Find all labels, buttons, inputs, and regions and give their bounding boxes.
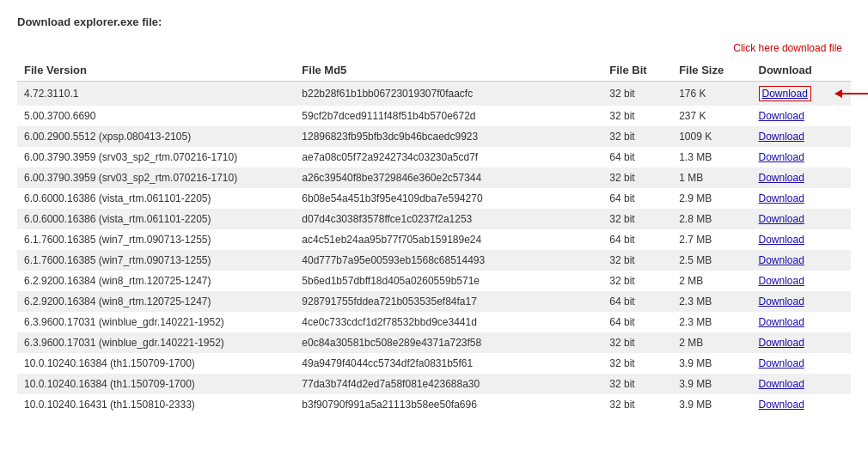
cell-download: Download — [752, 106, 852, 126]
svg-marker-1 — [834, 89, 842, 98]
cell-size: 3.9 MB — [672, 374, 751, 394]
cell-version: 4.72.3110.1 — [17, 82, 295, 107]
cell-download: Download — [752, 394, 852, 415]
header-download: Download — [752, 59, 852, 82]
download-button[interactable]: Download — [759, 151, 804, 163]
download-button[interactable]: Download — [759, 316, 804, 328]
table-row: 6.2.9200.16384 (win8_rtm.120725-1247)5b6… — [17, 271, 851, 291]
cell-md5: ac4c51eb24aa95b77f705ab159189e24 — [295, 229, 602, 250]
table-row: 6.0.6000.16386 (vista_rtm.061101-2205)d0… — [17, 209, 851, 229]
cell-md5: 40d777b7a95e00593eb1568c68514493 — [295, 250, 602, 271]
cell-download: Download — [752, 250, 852, 271]
table-row: 5.00.3700.669059cf2b7dced9111f48f51b4b57… — [17, 106, 851, 126]
table-row: 6.1.7600.16385 (win7_rtm.090713-1255)40d… — [17, 250, 851, 271]
cell-md5: 49a9479f4044cc5734df2fa0831b5f61 — [295, 353, 602, 374]
cell-version: 6.3.9600.17031 (winblue_gdr.140221-1952) — [17, 312, 295, 332]
cell-size: 1 MB — [672, 168, 751, 188]
cell-download: Download — [752, 126, 852, 147]
download-button[interactable]: Download — [759, 110, 804, 122]
download-button[interactable]: Download — [759, 399, 804, 411]
arrow-icon — [838, 85, 869, 102]
cell-md5: 59cf2b7dced9111f48f51b4b570e672d — [295, 106, 602, 126]
download-button[interactable]: Download — [759, 213, 804, 225]
cell-download: Download — [752, 209, 852, 229]
download-button[interactable]: Download — [759, 275, 804, 287]
cell-size: 3.9 MB — [672, 394, 751, 415]
cell-download: Download — [752, 229, 852, 250]
cell-md5: b22b28f61b1bb06723019307f0faacfc — [295, 82, 602, 107]
cell-bit: 64 bit — [602, 188, 672, 209]
download-button[interactable]: Download — [759, 295, 804, 308]
cell-size: 237 K — [672, 106, 751, 126]
table-row: 6.2.9200.16384 (win8_rtm.120725-1247)928… — [17, 291, 851, 312]
cell-size: 176 K — [672, 82, 751, 107]
download-button[interactable]: Download — [759, 337, 804, 349]
cell-md5: e0c84a30581bc508e289e4371a723f58 — [295, 332, 602, 353]
download-button[interactable]: Download — [759, 357, 804, 369]
download-button[interactable]: Download — [759, 172, 804, 184]
cell-size: 2 MB — [672, 271, 751, 291]
table-row: 6.00.3790.3959 (srv03_sp2_rtm.070216-171… — [17, 147, 851, 168]
cell-size: 2.3 MB — [672, 312, 751, 332]
header-size: File Size — [672, 59, 751, 82]
table-row: 6.3.9600.17031 (winblue_gdr.140221-1952)… — [17, 312, 851, 332]
cell-size: 2.9 MB — [672, 188, 751, 209]
cell-bit: 32 bit — [602, 126, 672, 147]
cell-download: Download — [752, 82, 852, 107]
cell-version: 6.00.3790.3959 (srv03_sp2_rtm.070216-171… — [17, 168, 295, 188]
cell-bit: 32 bit — [602, 250, 672, 271]
header-version: File Version — [17, 59, 295, 82]
cell-md5: ae7a08c05f72a9242734c03230a5cd7f — [295, 147, 602, 168]
download-button[interactable]: Download — [759, 378, 804, 390]
cell-version: 6.0.6000.16386 (vista_rtm.061101-2205) — [17, 188, 295, 209]
cell-bit: 32 bit — [602, 209, 672, 229]
table-row: 10.0.10240.16384 (th1.150709-1700)77da3b… — [17, 374, 851, 394]
cell-md5: 77da3b74f4d2ed7a58f081e423688a30 — [295, 374, 602, 394]
cell-version: 6.1.7600.16385 (win7_rtm.090713-1255) — [17, 229, 295, 250]
cell-download: Download — [752, 188, 852, 209]
download-button[interactable]: Download — [759, 131, 804, 143]
cell-bit: 32 bit — [602, 332, 672, 353]
download-button[interactable]: Download — [759, 192, 804, 204]
cell-size: 1.3 MB — [672, 147, 751, 168]
cell-size: 2.3 MB — [672, 291, 751, 312]
cell-version: 10.0.10240.16384 (th1.150709-1700) — [17, 353, 295, 374]
cell-download: Download — [752, 147, 852, 168]
cell-version: 6.2.9200.16384 (win8_rtm.120725-1247) — [17, 271, 295, 291]
cell-version: 6.0.6000.16386 (vista_rtm.061101-2205) — [17, 209, 295, 229]
cell-version: 5.00.3700.6690 — [17, 106, 295, 126]
cell-md5: 12896823fb95bfb3dc9b46bcaedc9923 — [295, 126, 602, 147]
cell-size: 3.9 MB — [672, 353, 751, 374]
table-row: 6.00.3790.3959 (srv03_sp2_rtm.070216-171… — [17, 168, 851, 188]
table-row: 4.72.3110.1b22b28f61b1bb06723019307f0faa… — [17, 82, 851, 107]
header-bit: File Bit — [602, 59, 672, 82]
cell-bit: 64 bit — [602, 147, 672, 168]
cell-download: Download — [752, 291, 852, 312]
cell-bit: 32 bit — [602, 394, 672, 415]
cell-md5: b3f90790f991a5a21113b58ee50fa696 — [295, 394, 602, 415]
cell-bit: 64 bit — [602, 229, 672, 250]
download-button[interactable]: Download — [762, 88, 808, 100]
cell-download: Download — [752, 332, 852, 353]
cell-bit: 32 bit — [602, 168, 672, 188]
table-row: 6.0.6000.16386 (vista_rtm.061101-2205)6b… — [17, 188, 851, 209]
cell-download: Download — [752, 168, 852, 188]
table-row: 10.0.10240.16431 (th1.150810-2333)b3f907… — [17, 394, 851, 415]
cell-bit: 64 bit — [602, 312, 672, 332]
cell-download: Download — [752, 374, 852, 394]
cell-bit: 32 bit — [602, 353, 672, 374]
cell-bit: 32 bit — [602, 271, 672, 291]
cell-bit: 64 bit — [602, 291, 672, 312]
cell-version: 6.00.3790.3959 (srv03_sp2_rtm.070216-171… — [17, 147, 295, 168]
table-row: 6.1.7600.16385 (win7_rtm.090713-1255)ac4… — [17, 229, 851, 250]
cell-bit: 32 bit — [602, 374, 672, 394]
page-title: Download explorer.exe file: — [17, 15, 851, 28]
cell-download: Download — [752, 271, 852, 291]
table-row: 6.3.9600.17031 (winblue_gdr.140221-1952)… — [17, 332, 851, 353]
download-button[interactable]: Download — [759, 254, 804, 266]
download-button[interactable]: Download — [759, 234, 804, 246]
click-hint: Click here download file — [733, 42, 851, 54]
cell-download: Download — [752, 353, 852, 374]
cell-version: 6.1.7600.16385 (win7_rtm.090713-1255) — [17, 250, 295, 271]
cell-md5: 4ce0c733cdcf1d2f78532bbd9ce3441d — [295, 312, 602, 332]
